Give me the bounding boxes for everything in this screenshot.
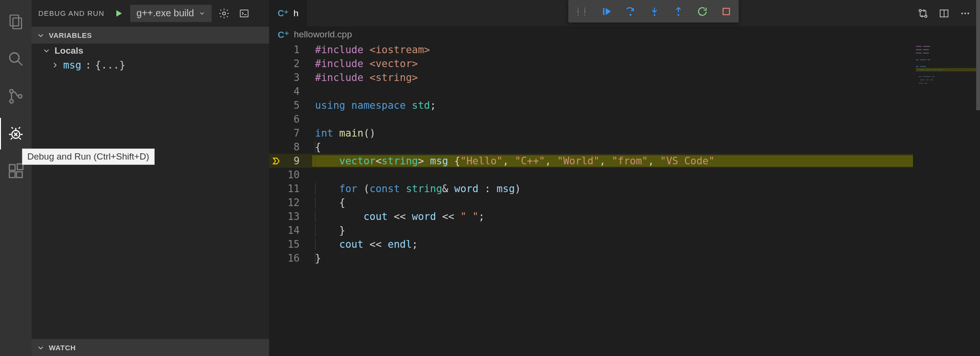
svg-rect-10 <box>10 165 15 171</box>
svg-point-4 <box>10 90 13 93</box>
sidebar-spacer <box>32 72 269 339</box>
variable-colon: : <box>85 59 91 71</box>
search-icon[interactable] <box>0 43 32 75</box>
restart-button[interactable] <box>697 6 708 17</box>
code-line[interactable]: 12 { <box>269 195 913 209</box>
variables-section-label: VARIABLES <box>49 31 92 39</box>
code-line[interactable]: 11 for (const string& word : msg) <box>269 182 913 195</box>
step-into-button[interactable] <box>649 6 660 17</box>
code-line[interactable]: 1#include <iostream> <box>269 43 913 57</box>
code-line[interactable]: 6 <box>269 112 913 126</box>
code-line[interactable]: 8{ <box>269 140 913 154</box>
debug-console-icon[interactable] <box>237 6 252 21</box>
breadcrumb-label: helloworld.cpp <box>294 29 352 40</box>
minimap[interactable]: ▬▬▬▬ ▬▬▬▬▬ ▬▬▬▬ ▬▬▬▬ ▬▬▬▬ ▬▬▬▬ ▬▬ ▬▬▬▬ ▬… <box>913 43 980 356</box>
code-content[interactable]: #include <vector> <box>312 58 913 69</box>
compare-changes-icon[interactable] <box>917 7 929 20</box>
vertical-scrollbar[interactable] <box>976 0 980 110</box>
variables-section-header[interactable]: VARIABLES <box>32 26 269 44</box>
editor-actions <box>917 0 980 26</box>
code-editor[interactable]: 1#include <iostream>2#include <vector>3#… <box>269 43 913 356</box>
chevron-down-icon <box>199 10 205 17</box>
editor-tab-label: h <box>293 8 299 19</box>
svg-rect-15 <box>240 10 248 17</box>
svg-rect-12 <box>17 172 23 178</box>
variable-row[interactable]: msg: {...} <box>32 58 269 72</box>
debug-toolbar[interactable]: ⋮⋮⋮⋮ <box>568 0 739 23</box>
code-content[interactable]: cout << word << " "; <box>312 211 913 222</box>
code-body: 1#include <iostream>2#include <vector>3#… <box>269 43 980 356</box>
code-content[interactable]: vector<string> msg {"Hello", "C++", "Wor… <box>312 155 913 167</box>
code-content[interactable]: } <box>312 253 913 264</box>
code-content[interactable]: { <box>312 141 913 153</box>
code-content[interactable]: using namespace std; <box>312 100 913 111</box>
code-content[interactable]: for (const string& word : msg) <box>312 183 913 195</box>
step-out-button[interactable] <box>673 6 684 17</box>
start-debug-button[interactable] <box>112 7 125 20</box>
stop-button[interactable] <box>721 6 732 17</box>
code-line[interactable]: 13 cout << word << " "; <box>269 209 913 223</box>
line-number: 8 <box>283 141 312 153</box>
code-content[interactable]: #include <string> <box>312 72 913 83</box>
line-number: 12 <box>283 197 312 208</box>
variable-name: msg <box>63 59 81 71</box>
svg-point-22 <box>968 12 969 14</box>
watch-section-label: WATCH <box>49 344 76 352</box>
svg-point-20 <box>961 12 963 14</box>
launch-config-select[interactable]: g++.exe build <box>130 5 212 22</box>
launch-config-label: g++.exe build <box>136 8 194 19</box>
code-line[interactable]: 5using namespace std; <box>269 98 913 112</box>
code-line[interactable]: 14 } <box>269 223 913 237</box>
debug-run-icon[interactable] <box>0 118 32 149</box>
line-number: 1 <box>283 44 312 56</box>
code-line[interactable]: 10 <box>269 168 913 182</box>
app-root: DEBUG AND RUN g++.exe build VARIABLES <box>0 0 980 356</box>
code-line[interactable]: 15 cout << endl; <box>269 237 913 251</box>
code-line[interactable]: 7int main() <box>269 126 913 140</box>
split-editor-icon[interactable] <box>938 7 950 20</box>
svg-rect-11 <box>10 172 15 178</box>
line-number: 10 <box>283 169 312 181</box>
code-line[interactable]: 4 <box>269 84 913 98</box>
code-content[interactable]: } <box>312 225 913 236</box>
svg-point-16 <box>919 9 922 11</box>
editor-tab[interactable]: C⁺ h <box>269 0 307 26</box>
code-line[interactable]: 3#include <string> <box>269 70 913 84</box>
variables-scope[interactable]: Locals <box>32 44 269 58</box>
cpp-file-icon: C⁺ <box>278 29 289 40</box>
svg-rect-1 <box>13 18 22 29</box>
watch-section-header[interactable]: WATCH <box>32 339 269 356</box>
svg-point-24 <box>630 14 631 16</box>
code-line[interactable]: 9 vector<string> msg {"Hello", "C++", "W… <box>269 154 913 168</box>
code-content[interactable]: cout << endl; <box>312 239 913 250</box>
more-actions-icon[interactable] <box>959 7 971 20</box>
line-number: 7 <box>283 127 312 139</box>
line-number: 5 <box>283 100 312 111</box>
variables-body: Locals msg: {...} <box>32 44 269 72</box>
code-content[interactable]: { <box>312 197 913 208</box>
drag-handle-icon[interactable]: ⋮⋮⋮⋮ <box>575 9 588 14</box>
svg-point-26 <box>653 14 655 16</box>
line-number: 6 <box>283 114 312 125</box>
continue-button[interactable] <box>601 6 612 17</box>
activity-bar <box>0 0 32 356</box>
explorer-icon[interactable] <box>0 6 32 37</box>
source-control-icon[interactable] <box>0 80 32 112</box>
code-line[interactable]: 2#include <vector> <box>269 57 913 70</box>
line-number: 13 <box>283 211 312 222</box>
code-content[interactable]: #include <iostream> <box>312 44 913 56</box>
execution-pointer-icon[interactable] <box>269 157 283 165</box>
line-number: 11 <box>283 183 312 195</box>
svg-point-6 <box>18 94 22 98</box>
line-number: 9 <box>283 155 312 167</box>
step-over-button[interactable] <box>625 6 636 17</box>
breadcrumb[interactable]: C⁺ helloworld.cpp <box>269 26 980 43</box>
code-content[interactable]: int main() <box>312 127 913 139</box>
code-line[interactable]: 16} <box>269 251 913 265</box>
svg-rect-23 <box>603 8 605 15</box>
svg-point-28 <box>677 14 679 16</box>
line-number: 16 <box>283 253 312 264</box>
variables-scope-label: Locals <box>55 46 83 56</box>
svg-rect-0 <box>10 15 19 26</box>
settings-gear-icon[interactable] <box>216 6 232 21</box>
